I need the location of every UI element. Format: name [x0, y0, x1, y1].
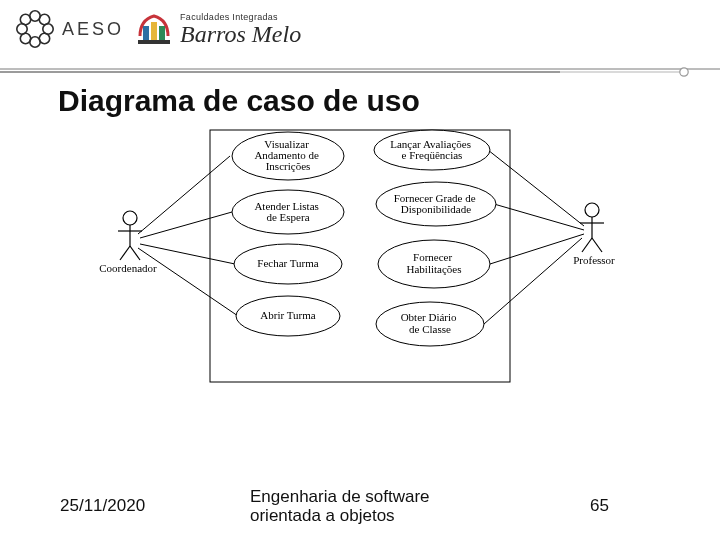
slide-header: AESO Faculdades Integradas Barros Melo: [0, 0, 720, 82]
footer-center: Engenharia de software orientada a objet…: [250, 487, 530, 526]
usecase: Fornecer Habilitações: [378, 240, 490, 288]
barros-melo-mark-icon: [134, 6, 174, 52]
usecase: Fornecer Grade de Disponibilidade: [376, 182, 496, 226]
footer-line1: Engenharia de software: [250, 487, 530, 507]
footer-date: 25/11/2020: [60, 496, 220, 516]
footer-line2: orientada a objetos: [250, 506, 530, 526]
svg-point-7: [39, 33, 49, 43]
usecase: Lançar Avaliações e Freqüências: [374, 130, 490, 170]
usecase: Obter Diário de Classe: [376, 302, 484, 346]
aeso-logo-text: AESO: [62, 19, 124, 40]
header-rule-icon: [0, 64, 720, 76]
barros-melo-logo: Faculdades Integradas Barros Melo: [134, 6, 301, 52]
svg-point-4: [20, 14, 30, 24]
svg-rect-11: [138, 40, 170, 44]
svg-line-44: [120, 246, 130, 260]
svg-point-46: [585, 203, 599, 217]
svg-point-41: [123, 211, 137, 225]
bm-big-text: Barros Melo: [180, 22, 301, 46]
svg-text:Fornecer
        Habilitações: Fornecer Habilitações: [407, 251, 462, 275]
use-case-diagram: Visualizar Andamento de Inscrições Atend…: [90, 126, 630, 386]
svg-line-49: [582, 238, 592, 252]
actor-coordenador: [118, 211, 142, 260]
svg-point-5: [39, 14, 49, 24]
svg-text:Fornecer Grade de
        Disp: Fornecer Grade de Disponibilidade: [394, 192, 479, 215]
svg-point-6: [20, 33, 30, 43]
slide-footer: 25/11/2020 Engenharia de software orient…: [0, 487, 720, 526]
actor-coordenador-label: Coordenador: [99, 262, 157, 274]
actor-professor: [580, 203, 604, 252]
usecase: Visualizar Andamento de Inscrições: [232, 132, 344, 180]
logo-row: AESO Faculdades Integradas Barros Melo: [14, 8, 706, 52]
barros-melo-text: Faculdades Integradas Barros Melo: [180, 13, 301, 46]
svg-rect-8: [143, 26, 149, 40]
footer-page: 65: [590, 496, 609, 516]
usecase: Fechar Turma: [234, 244, 342, 284]
svg-rect-10: [159, 26, 165, 40]
svg-line-50: [592, 238, 602, 252]
svg-point-15: [680, 68, 688, 76]
svg-text:Lançar Avaliações
        e Fr: Lançar Avaliações e Freqüências: [390, 138, 473, 161]
aeso-mark-icon: [14, 8, 56, 50]
usecase: Abrir Turma: [236, 296, 340, 336]
svg-text:Obter Diário
        de Classe: Obter Diário de Classe: [401, 311, 460, 335]
actor-professor-label: Professor: [573, 254, 615, 266]
aeso-logo: AESO: [14, 8, 124, 50]
svg-text:Abrir Turma: Abrir Turma: [260, 309, 315, 321]
svg-rect-9: [151, 22, 157, 40]
svg-text:Fechar Turma: Fechar Turma: [257, 257, 319, 269]
slide-title: Diagrama de caso de uso: [58, 84, 720, 118]
usecase: Atender Listas de Espera: [232, 190, 344, 234]
